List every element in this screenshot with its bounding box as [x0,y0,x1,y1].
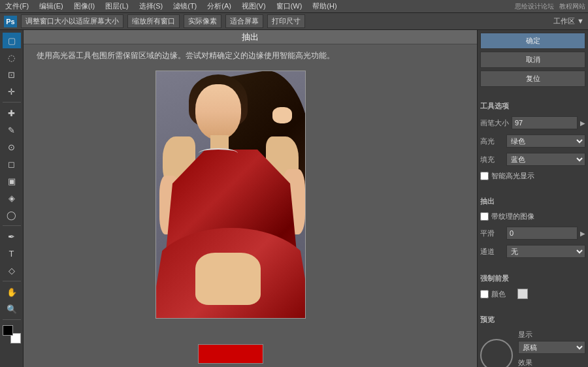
smooth-row: 平滑 ▶ [480,227,585,240]
zoom-all-btn[interactable]: 缩放所有窗口 [127,14,180,28]
menu-file[interactable]: 文件(F) [3,1,31,11]
highlight-row: 高光 绿色 [480,135,585,148]
smooth-label: 平滑 [480,229,504,238]
brush-size-row: 画笔大小 ▶ [480,116,585,129]
hand-tool-btn[interactable]: ✋ [3,284,21,300]
highlight-label: 高光 [480,136,504,146]
necklace [199,148,238,158]
fg-color-swatch[interactable] [3,325,13,336]
highlight-select[interactable]: 绿色 [506,135,585,148]
canvas-content: 使用高光器工具包围所需保留区域的边缘。尝试对精确定义的边缘使用智能高光功能。 [24,44,477,367]
force-fg-row: 颜色 [480,289,585,299]
menu-view[interactable]: 视图(V) [239,1,269,11]
brush-size-label: 画笔大小 [480,118,509,128]
shape-tool-btn[interactable]: ◇ [3,263,21,278]
tool-separator-3 [3,281,21,281]
smooth-arrow[interactable]: ▶ [580,230,585,237]
right-panel: 确定 取消 复位 工具选项 画笔大小 ▶ 高光 绿色 填充 蓝色 智能高光显示 [477,30,588,367]
dialog-title: 抽出 [24,30,477,44]
reset-btn[interactable]: 复位 [480,71,585,87]
texture-label: 带纹理的图像 [491,212,534,221]
lasso-tool-btn[interactable]: ◌ [3,50,21,65]
bottom-strip [24,341,477,367]
smart-highlight-label: 智能高光显示 [491,171,534,181]
blur-tool-btn[interactable]: ◈ [3,190,21,206]
left-toolbar: ▢ ◌ ⊡ ✛ ✚ ✎ ⊙ ◻ ▣ ◈ ◯ ✒ T ◇ ✋ 🔍 [0,30,24,367]
fit-screen-btn[interactable]: 适合屏幕 [225,14,263,28]
cancel-btn[interactable]: 取消 [480,52,585,68]
texture-checkbox[interactable] [480,212,489,221]
brush-tool-btn[interactable]: ✎ [3,122,21,138]
instruction-text: 使用高光器工具包围所需保留区域的边缘。尝试对精确定义的边缘使用智能高光功能。 [37,50,464,61]
dodge-tool-btn[interactable]: ◯ [3,207,21,223]
preview-show-label: 显示 [518,330,542,340]
smart-highlight-checkbox[interactable] [480,172,489,180]
hand-right [272,107,292,123]
preview-controls: 显示 原稿 效果 无 [518,328,585,367]
preview-show-select[interactable]: 原稿 [518,341,585,354]
select-tool-btn[interactable]: ▢ [3,33,21,48]
canvas-area: 抽出 使用高光器工具包围所需保留区域的边缘。尝试对精确定义的边缘使用智能高光功能… [24,30,477,367]
channel-row: 通道 无 [480,245,585,258]
face [195,84,241,140]
channel-select[interactable]: 无 [506,245,585,258]
fit-window-btn[interactable]: 调整窗口大小以适应屏幕大小 [21,14,123,28]
main-layout: ▢ ◌ ⊡ ✛ ✚ ✎ ⊙ ◻ ▣ ◈ ◯ ✒ T ◇ ✋ 🔍 抽出 [0,30,588,367]
toolbar: Ps 调整窗口大小以适应屏幕大小 缩放所有窗口 实际像素 适合屏幕 打印尺寸 工… [0,13,588,30]
color-swatch-area [3,325,21,343]
menu-image[interactable]: 图像(I) [71,1,97,11]
clone-tool-btn[interactable]: ⊙ [3,139,21,155]
pen-tool-btn[interactable]: ✒ [3,229,21,244]
fill-label: 填充 [480,155,504,165]
actual-pixels-btn[interactable]: 实际像素 [184,14,221,28]
force-fg-color-swatch[interactable] [517,289,528,299]
heal-tool-btn[interactable]: ✚ [3,105,21,121]
fill-select[interactable]: 蓝色 [506,153,585,166]
print-size-btn[interactable]: 打印尺寸 [267,14,305,28]
photoshop-logo: Ps [4,16,17,27]
photo-canvas [155,71,306,319]
legs [195,253,261,305]
force-fg-color-label: 颜色 [491,289,515,299]
smart-highlight-row: 智能高光显示 [480,171,585,181]
gradient-tool-btn[interactable]: ▣ [3,173,21,189]
brush-size-input[interactable] [512,116,578,129]
confirm-btn[interactable]: 确定 [480,33,585,49]
fill-row: 填充 蓝色 [480,153,585,166]
thumbnail-strip [198,344,263,364]
smooth-input[interactable] [506,227,578,240]
preview-show-row: 显示 [518,330,585,340]
forum-label-2: 教程网站 [559,2,585,11]
eraser-tool-btn[interactable]: ◻ [3,156,21,172]
texture-row: 带纹理的图像 [480,212,585,221]
tool-separator-1 [3,102,21,103]
preview-title: 预览 [480,315,585,325]
force-fg-title: 强制前景 [480,274,585,283]
menu-layer[interactable]: 图层(L) [103,1,131,11]
menu-filter[interactable]: 滤镜(T) [171,1,199,11]
tool-separator-2 [3,225,21,226]
force-fg-checkbox[interactable] [480,290,489,298]
zoom-tool-btn[interactable]: 🔍 [3,301,21,317]
text-tool-btn[interactable]: T [3,246,21,261]
tool-separator-4 [3,319,21,320]
menu-help[interactable]: 帮助(H) [310,1,339,11]
menu-select[interactable]: 选择(S) [137,1,166,11]
brush-size-arrow[interactable]: ▶ [580,120,585,127]
channel-label: 通道 [480,247,504,257]
eyedropper-tool-btn[interactable]: ✛ [3,84,21,99]
menu-bar: 文件(F) 编辑(E) 图像(I) 图层(L) 选择(S) 滤镜(T) 分析(A… [0,0,588,13]
extract-title: 抽出 [480,197,585,206]
workspace-label[interactable]: 工作区 ▼ [553,16,584,26]
menu-analyze[interactable]: 分析(A) [204,1,234,11]
forum-label-1: 思绘设计论坛 [515,2,554,11]
menu-window[interactable]: 窗口(W) [274,1,305,11]
result-label: 效果 [518,358,542,367]
result-row: 效果 [518,358,585,367]
crop-tool-btn[interactable]: ⊡ [3,67,21,82]
menu-edit[interactable]: 编辑(E) [37,1,66,11]
preview-circle [480,339,513,367]
woman-figure [156,71,305,318]
preview-area: 显示 原稿 效果 无 [480,328,585,367]
tool-options-title: 工具选项 [480,101,585,111]
